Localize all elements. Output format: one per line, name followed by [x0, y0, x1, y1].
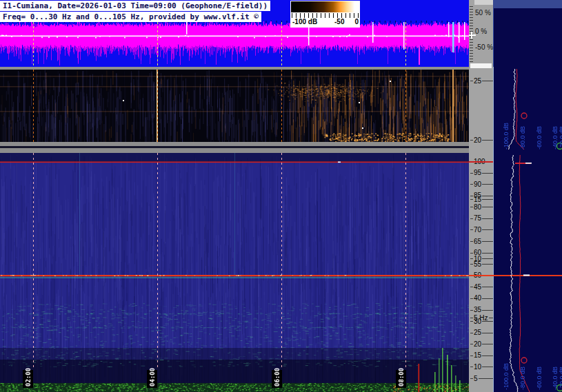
mains-50hz-line-stub [469, 275, 493, 276]
efield-freq-tick: 65 [470, 238, 493, 245]
efield-freq-tick: 55 [470, 260, 493, 268]
db-axis-label: -80.0 dB [519, 126, 526, 149]
frequency-subtitle-text: Freq= 0...30 Hz and 0...105 Hz, provided… [3, 12, 259, 21]
time-label-box: 08:00 [396, 370, 406, 388]
db-axis-label: -80.0 dB [519, 367, 526, 390]
axis-panel: 50 %0 %-50 %252015105 Hz1009590858075706… [469, 0, 493, 392]
station-title-text: I1-Cumiana, Date=2026-01-03 Time=09:00 (… [3, 1, 268, 10]
time-label-box: 04:00 [147, 370, 157, 388]
geophone-spectrogram-plot [0, 70, 469, 142]
db-axis-label: -40.0 dB [552, 367, 559, 390]
amplitude-tick-label: -50 % [475, 43, 493, 51]
intensity-colorbar: -100 dB -50 0 [290, 1, 360, 28]
spectrum-db-labels: -100.0 dB-80.0 dB-60.0 dB-40.0 dB-20.0 d… [493, 0, 562, 392]
efield-freq-tick: 20 [470, 340, 493, 348]
time-label: 06:00 [274, 368, 281, 386]
frequency-subtitle-bar: Freq= 0...30 Hz and 0...105 Hz, provided… [0, 12, 261, 22]
colorbar-mid-label: -50 [334, 18, 344, 25]
efield-freq-tick: 75 [470, 215, 493, 223]
harmonic-100hz-line-stub [469, 161, 493, 163]
db-axis-label: -40.0 dB [552, 126, 559, 149]
colorbar-min-label: -100 dB [292, 18, 317, 25]
efield-freq-tick: 35 [470, 307, 493, 314]
axis-panel-white-box [470, 63, 492, 68]
efield-freq-tick: 40 [470, 295, 493, 302]
efield-freq-tick: 10 [470, 363, 493, 371]
vlf-monitoring-screen: I1-Cumiana, Date=2026-01-03 Time=09:00 (… [0, 0, 562, 392]
colorbar-gradient [291, 1, 359, 12]
efield-freq-tick: 70 [470, 226, 493, 234]
efield-freq-tick: 90 [470, 180, 493, 188]
db-axis-label: -20.0 dB [559, 367, 562, 390]
amplitude-tick-label: 0 % [475, 28, 487, 35]
station-title-bar: I1-Cumiana, Date=2026-01-03 Time=09:00 (… [0, 1, 270, 11]
efield-freq-tick: 80 [470, 203, 493, 211]
efield-freq-tick: 30 [470, 318, 493, 325]
separator-dark-line [0, 146, 469, 148]
colorbar-max-label: 0 [354, 18, 359, 25]
waveform-plot [0, 21, 469, 67]
efield-freq-tick: 25 [470, 329, 493, 337]
efield-freq-tick: 15 [470, 352, 493, 360]
geophone-freq-tick: 20 [470, 136, 493, 144]
efield-freq-tick: 5 [470, 375, 493, 382]
geophone-freq-tick: 25 [470, 77, 493, 85]
axis-panel-top-cap [474, 0, 493, 5]
db-axis-label: -100.0 dB [503, 123, 510, 149]
spectrum-panel: -100.0 dB-80.0 dB-60.0 dB-40.0 dB-20.0 d… [493, 0, 562, 392]
separator-bar-middle [0, 142, 469, 153]
colorbar-labels: -100 dB -50 0 [290, 18, 360, 27]
efield-freq-tick: 85 [470, 192, 493, 200]
db-axis-label: -20.0 dB [559, 126, 562, 149]
time-label: 04:00 [149, 368, 156, 386]
db-axis-label: -60.0 dB [536, 367, 543, 390]
zero-line-marker-cross [471, 32, 472, 39]
db-axis-label: -100.0 dB [503, 363, 510, 390]
efield-spectrogram-plot [0, 153, 469, 392]
efield-freq-tick: 45 [470, 283, 493, 291]
amplitude-tick-label: 50 % [475, 9, 491, 17]
time-label: 02:00 [25, 368, 32, 386]
time-label-box: 02:00 [23, 370, 33, 388]
efield-freq-tick: 95 [470, 169, 493, 177]
time-label-box: 06:00 [272, 370, 282, 388]
db-axis-label: -60.0 dB [536, 126, 543, 149]
efield-freq-tick: 60 [470, 249, 493, 257]
time-label: 08:00 [398, 368, 405, 386]
colorbar-ticks [292, 13, 359, 18]
